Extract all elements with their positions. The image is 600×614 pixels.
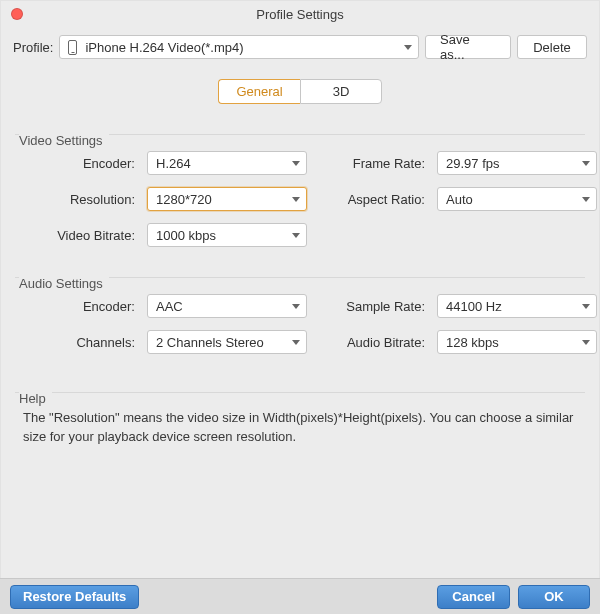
video-bitrate-select[interactable]: 1000 kbps — [147, 223, 307, 247]
audio-settings-legend: Audio Settings — [19, 276, 109, 291]
chevron-down-icon — [292, 340, 300, 345]
tab-row: General 3D — [1, 65, 599, 120]
tab-3d[interactable]: 3D — [300, 79, 382, 104]
profile-value: iPhone H.264 Video(*.mp4) — [85, 40, 398, 55]
channels-label: Channels: — [21, 335, 137, 350]
frame-rate-label: Frame Rate: — [317, 156, 427, 171]
chevron-down-icon — [292, 197, 300, 202]
chevron-down-icon — [582, 161, 590, 166]
help-text: The "Resolution" means the video size in… — [15, 393, 585, 447]
tab-general[interactable]: General — [218, 79, 300, 104]
video-settings-group: Video Settings Encoder: H.264 Frame Rate… — [15, 134, 585, 247]
titlebar: Profile Settings — [1, 1, 599, 27]
aspect-ratio-label: Aspect Ratio: — [317, 192, 427, 207]
audio-encoder-label: Encoder: — [21, 299, 137, 314]
footer: Restore Defaults Cancel OK — [0, 578, 600, 614]
chevron-down-icon — [582, 197, 590, 202]
save-as-button[interactable]: Save as... — [425, 35, 511, 59]
chevron-down-icon — [292, 233, 300, 238]
audio-encoder-select[interactable]: AAC — [147, 294, 307, 318]
audio-settings-group: Audio Settings Encoder: AAC Sample Rate:… — [15, 277, 585, 354]
window-title: Profile Settings — [1, 7, 599, 22]
profile-label: Profile: — [13, 40, 53, 55]
help-legend: Help — [19, 391, 52, 406]
help-group: Help The "Resolution" means the video si… — [15, 392, 585, 447]
audio-bitrate-label: Audio Bitrate: — [317, 335, 427, 350]
chevron-down-icon — [404, 45, 412, 50]
sample-rate-label: Sample Rate: — [317, 299, 427, 314]
tab-group: General 3D — [218, 79, 382, 104]
video-bitrate-label: Video Bitrate: — [21, 228, 137, 243]
cancel-button[interactable]: Cancel — [437, 585, 510, 609]
restore-defaults-button[interactable]: Restore Defaults — [10, 585, 139, 609]
audio-bitrate-select[interactable]: 128 kbps — [437, 330, 597, 354]
video-encoder-select[interactable]: H.264 — [147, 151, 307, 175]
video-settings-legend: Video Settings — [19, 133, 109, 148]
channels-select[interactable]: 2 Channels Stereo — [147, 330, 307, 354]
profile-select[interactable]: iPhone H.264 Video(*.mp4) — [59, 35, 419, 59]
chevron-down-icon — [582, 340, 590, 345]
resolution-label: Resolution: — [21, 192, 137, 207]
sample-rate-select[interactable]: 44100 Hz — [437, 294, 597, 318]
frame-rate-select[interactable]: 29.97 fps — [437, 151, 597, 175]
video-encoder-label: Encoder: — [21, 156, 137, 171]
delete-button[interactable]: Delete — [517, 35, 587, 59]
profile-row: Profile: iPhone H.264 Video(*.mp4) Save … — [1, 27, 599, 65]
chevron-down-icon — [292, 304, 300, 309]
resolution-select[interactable]: 1280*720 — [147, 187, 307, 211]
ok-button[interactable]: OK — [518, 585, 590, 609]
chevron-down-icon — [292, 161, 300, 166]
phone-icon — [68, 40, 77, 55]
chevron-down-icon — [582, 304, 590, 309]
aspect-ratio-select[interactable]: Auto — [437, 187, 597, 211]
